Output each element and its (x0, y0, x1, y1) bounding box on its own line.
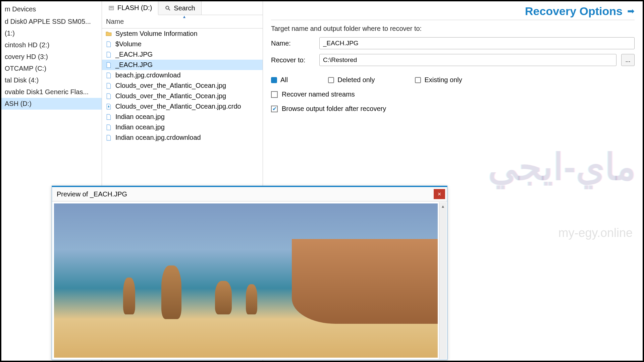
file-label: System Volume Information (115, 30, 198, 38)
sidebar-item-1[interactable]: (1:) (1, 27, 102, 39)
radio-existing-label: Existing only (424, 76, 462, 84)
file-icon (105, 124, 112, 131)
tab-search-label: Search (174, 4, 195, 12)
file-icon (105, 134, 112, 141)
rock-shape (123, 278, 135, 314)
radio-all-label: All (280, 76, 288, 84)
preview-titlebar[interactable]: Preview of _EACH.JPG × (52, 187, 447, 201)
recover-to-label: Recover to: (271, 56, 315, 64)
preview-window: Preview of _EACH.JPG × ▴ (52, 186, 447, 360)
sidebar-item-disk0[interactable]: d Disk0 APPLE SSD SM05... (1, 16, 102, 27)
sidebar-heading: m Devices (1, 3, 102, 16)
tab-flash-label: FLASH (D:) (117, 4, 152, 12)
file-row[interactable]: Indian ocean.jpg (102, 122, 263, 132)
file-row[interactable]: Indian ocean.jpg (102, 112, 263, 122)
cliff-shape (292, 239, 438, 324)
radio-deleted-box (328, 77, 334, 83)
sidebar-item-macintosh[interactable]: cintosh HD (2:) (1, 39, 102, 51)
rock-shape (161, 265, 181, 319)
radio-all[interactable]: All (271, 76, 288, 84)
checkbox-browse-row[interactable]: Browse output folder after recovery (271, 105, 635, 113)
checkbox-browse[interactable] (271, 106, 278, 112)
file-icon (105, 72, 112, 79)
svg-line-3 (169, 9, 170, 10)
file-label: $Volume (115, 40, 142, 48)
checkbox-streams-label: Recover named streams (282, 90, 355, 98)
file-label: Clouds_over_the_Atlantic_Ocean.jpg (115, 92, 226, 100)
tab-search[interactable]: Search (158, 1, 201, 15)
file-row[interactable]: Clouds_over_the_Atlantic_Ocean.jpg (102, 80, 263, 91)
file-label: Indian ocean.jpg (115, 113, 165, 121)
file-row[interactable]: beach.jpg.crdownload (102, 70, 263, 80)
file-icon (105, 41, 112, 48)
recovery-title: Recovery Options (525, 5, 623, 18)
file-icon (105, 62, 112, 68)
radio-existing-box (415, 77, 421, 83)
file-row[interactable]: $Volume (102, 39, 263, 49)
download-icon (105, 103, 112, 110)
file-row[interactable]: _EACH.JPG (102, 49, 263, 60)
recover-to-input[interactable] (319, 54, 616, 66)
filter-row: All Deleted only Existing only (271, 76, 635, 84)
radio-existing[interactable]: Existing only (415, 76, 462, 84)
checkbox-browse-label: Browse output folder after recovery (282, 105, 386, 113)
preview-body: ▴ (52, 201, 447, 360)
folder-icon (105, 31, 112, 37)
sidebar-item-flash[interactable]: ASH (D:) (1, 98, 102, 110)
file-row[interactable]: Clouds_over_the_Atlantic_Ocean.jpg.crdo (102, 101, 263, 112)
sidebar-item-recovery-hd[interactable]: covery HD (3:) (1, 51, 102, 63)
svg-rect-1 (110, 7, 113, 7)
name-label: Name: (271, 40, 315, 47)
recover-to-row: Recover to: ... (271, 54, 635, 66)
file-label: Clouds_over_the_Atlantic_Ocean.jpg (115, 82, 226, 89)
file-icon (105, 93, 112, 100)
drive-icon (108, 5, 115, 11)
file-row[interactable]: _EACH.JPG (102, 60, 263, 70)
radio-deleted[interactable]: Deleted only (328, 76, 375, 84)
close-icon: × (438, 191, 441, 198)
close-button[interactable]: × (434, 189, 445, 199)
browse-button[interactable]: ... (621, 54, 635, 66)
name-row: Name: (271, 37, 635, 49)
rock-shape (215, 281, 232, 314)
name-input[interactable] (319, 37, 635, 49)
recovery-header: Recovery Options ➡ (271, 5, 635, 20)
sidebar-item-bootcamp[interactable]: OTCAMP (C:) (1, 63, 102, 74)
vertical-scrollbar[interactable]: ▴ (439, 202, 446, 359)
file-icon (105, 51, 112, 58)
recovery-subtitle: Target name and output folder where to r… (271, 25, 635, 33)
tab-flash[interactable]: FLASH (D:) (102, 1, 158, 15)
file-label: beach.jpg.crdownload (115, 71, 181, 79)
file-label: Indian ocean.jpg (115, 123, 165, 131)
file-label: _EACH.JPG (115, 51, 153, 58)
sidebar-item-removable[interactable]: ovable Disk1 Generic Flas... (1, 86, 102, 98)
checkbox-streams[interactable] (271, 91, 278, 98)
svg-rect-0 (109, 6, 114, 10)
next-arrow-icon[interactable]: ➡ (627, 6, 635, 16)
file-icon (105, 82, 112, 89)
sort-arrow-icon: ▲ (182, 14, 186, 19)
file-label: Clouds_over_the_Atlantic_Ocean.jpg.crdo (115, 103, 241, 110)
radio-deleted-label: Deleted only (337, 76, 375, 84)
file-icon (105, 114, 112, 120)
rock-shape (246, 284, 257, 314)
preview-title: Preview of _EACH.JPG (57, 190, 127, 198)
file-label: Indian ocean.jpg.crdownload (115, 134, 201, 141)
preview-image (54, 203, 438, 358)
checkbox-streams-row[interactable]: Recover named streams (271, 90, 635, 98)
file-row[interactable]: Clouds_over_the_Atlantic_Ocean.jpg (102, 91, 263, 101)
scroll-up-icon[interactable]: ▴ (442, 202, 444, 210)
tab-bar: FLASH (D:) Search (102, 1, 263, 15)
file-label: _EACH.JPG (115, 61, 153, 69)
radio-all-box (271, 77, 277, 83)
file-row[interactable]: System Volume Information (102, 28, 263, 39)
column-header-name[interactable]: Name ▲ (102, 15, 263, 28)
file-row[interactable]: Indian ocean.jpg.crdownload (102, 132, 263, 143)
svg-point-2 (166, 6, 169, 9)
search-icon (164, 5, 171, 11)
sidebar-item-disk4[interactable]: tal Disk (4:) (1, 74, 102, 86)
column-header-text: Name (106, 18, 124, 25)
